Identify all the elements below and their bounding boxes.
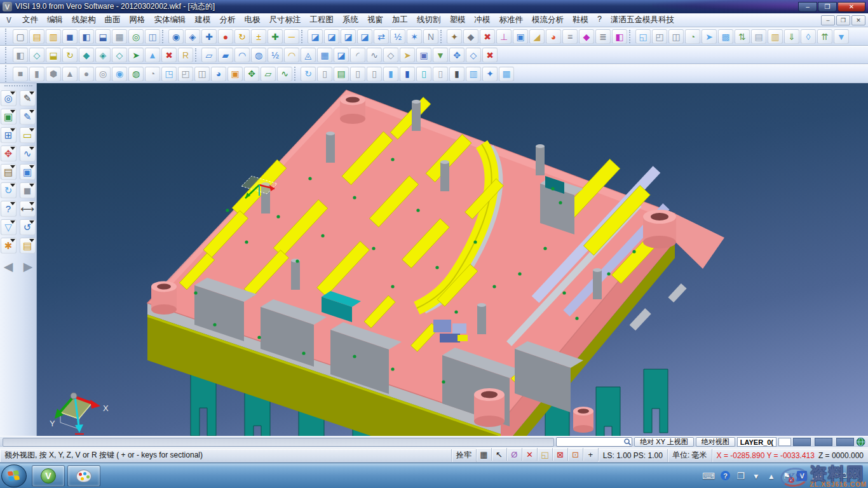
- surface-offset-icon[interactable]: ◪: [308, 29, 323, 44]
- tool-disable-icon[interactable]: ✖: [480, 29, 495, 44]
- delete-trash-icon[interactable]: ▽: [1, 219, 17, 235]
- tool-analyze-icon[interactable]: ✦: [447, 29, 462, 44]
- open-folder-icon[interactable]: ▤: [29, 29, 44, 44]
- box-3d-icon[interactable]: ◱: [538, 448, 553, 461]
- taskbar-paint-button[interactable]: [67, 465, 100, 487]
- copy-icon[interactable]: ▤: [751, 29, 766, 44]
- menu-item-17[interactable]: 冲模: [470, 13, 495, 27]
- menu-item-12[interactable]: 系统: [338, 13, 363, 27]
- print-icon[interactable]: ▦: [112, 29, 127, 44]
- pipe-icon[interactable]: ∿: [367, 48, 382, 62]
- save-icon[interactable]: ◼: [62, 29, 78, 44]
- prim-sphere-icon[interactable]: ●: [79, 67, 94, 81]
- 3d-viewport[interactable]: X Y: [37, 83, 868, 436]
- view-state-box-3[interactable]: [836, 438, 854, 446]
- window-panes-icon[interactable]: ▣: [20, 164, 36, 180]
- view-rotate-icon[interactable]: ◇: [29, 48, 44, 62]
- menu-item-13[interactable]: 视窗: [363, 13, 388, 27]
- menu-item-22[interactable]: 潇洒五金模具科技: [606, 13, 679, 27]
- solids-pair-icon[interactable]: ◱: [635, 29, 651, 44]
- cyl-dark-icon[interactable]: ▮: [449, 67, 465, 81]
- surface-trim-icon[interactable]: ◪: [341, 29, 356, 44]
- mdi-minimize-button[interactable]: –: [821, 15, 835, 25]
- plane-flip-icon[interactable]: ▱: [261, 67, 276, 81]
- solid-move-icon[interactable]: ➤: [702, 29, 717, 44]
- spread-icon[interactable]: ✥: [449, 48, 465, 62]
- surface-bend-icon[interactable]: ◜: [350, 48, 365, 62]
- surface-dome-icon[interactable]: ◠: [234, 48, 250, 62]
- visi-tray-icon[interactable]: V: [797, 471, 807, 481]
- save-as-icon[interactable]: ◧: [79, 29, 94, 44]
- undo-icon[interactable]: ↺: [20, 219, 36, 235]
- solid-scale-icon[interactable]: ✥: [244, 67, 259, 81]
- visibility-add-icon[interactable]: ✚: [201, 29, 217, 44]
- grid-snap-icon[interactable]: ▦: [477, 448, 492, 461]
- trim-cut-icon[interactable]: ✖: [482, 48, 498, 62]
- solid-open-icon[interactable]: ◰: [178, 67, 193, 81]
- menu-item-8[interactable]: 分析: [215, 13, 240, 27]
- solid-corner-icon[interactable]: ◳: [161, 67, 177, 81]
- box-magenta-icon[interactable]: ◧: [612, 29, 627, 44]
- regenerate-icon[interactable]: ↻: [1, 182, 17, 198]
- cyl-blue-icon[interactable]: ▮: [383, 67, 398, 81]
- command-input[interactable]: [3, 438, 554, 447]
- import-tools-icon[interactable]: ⇓: [784, 29, 799, 44]
- zoom-window-icon[interactable]: ⊞: [1, 127, 17, 143]
- layer-stack-icon[interactable]: ≡: [562, 29, 578, 44]
- view-delete-icon[interactable]: ✖: [161, 48, 177, 62]
- menu-item-9[interactable]: 电极: [240, 13, 265, 27]
- solid-fold-icon[interactable]: ◫: [194, 67, 210, 81]
- visibility-hide-icon[interactable]: ─: [284, 29, 299, 44]
- save-copy-icon[interactable]: ⬓: [95, 29, 111, 44]
- view-state-box-1[interactable]: [793, 438, 811, 446]
- taskbar-visi-button[interactable]: V: [32, 465, 65, 487]
- search-box[interactable]: [556, 437, 632, 447]
- view-lift-icon[interactable]: ▲: [145, 48, 160, 62]
- surface-vertex-icon[interactable]: ◬: [301, 48, 316, 62]
- show-hidden-icon[interactable]: ▴: [766, 471, 776, 481]
- sketch-circle-icon[interactable]: ✎: [20, 109, 36, 125]
- visibility-plus-icon[interactable]: ✚: [268, 29, 283, 44]
- rainbow-analysis-icon[interactable]: ◕: [546, 29, 561, 44]
- restore-button[interactable]: ❐: [818, 2, 837, 12]
- box-target-icon[interactable]: ⊡: [568, 448, 583, 461]
- add-point-icon[interactable]: +: [583, 448, 599, 461]
- draft-face-icon[interactable]: ◢: [529, 29, 545, 44]
- menu-item-7[interactable]: 建模: [191, 13, 215, 27]
- sidebar-drag-handle[interactable]: [4, 85, 32, 86]
- drop-surface-icon[interactable]: ▼: [433, 48, 448, 62]
- menu-item-6[interactable]: 实体编辑: [150, 13, 191, 27]
- snap-entity-icon[interactable]: Ø: [507, 448, 522, 461]
- solid-cut-icon[interactable]: ◔: [145, 67, 160, 81]
- prim-prism-icon[interactable]: ⬢: [46, 67, 61, 81]
- fit-view-icon[interactable]: ▣: [1, 109, 17, 125]
- prim-torus-icon[interactable]: ◎: [95, 67, 111, 81]
- feature-doc-icon[interactable]: ▥: [466, 67, 481, 81]
- sphere-combine-icon[interactable]: ◉: [112, 67, 127, 81]
- cyl-cyan-icon[interactable]: ▯: [416, 67, 431, 81]
- solid-swap-icon[interactable]: ⇅: [735, 29, 750, 44]
- plane-icon[interactable]: ▱: [201, 48, 217, 62]
- block-magenta-icon[interactable]: ◆: [579, 29, 594, 44]
- absolute-view-button[interactable]: 绝对视图: [696, 437, 735, 447]
- surface-order-icon[interactable]: ½: [390, 29, 405, 44]
- stack-tool-icon[interactable]: ≣: [595, 29, 611, 44]
- view-reset-icon[interactable]: R: [178, 48, 193, 62]
- attributes-brush-icon[interactable]: ▤: [1, 164, 17, 180]
- assembly-icon[interactable]: ▩: [718, 29, 733, 44]
- cube-export-icon[interactable]: ➤: [128, 48, 144, 62]
- menu-item-19[interactable]: 模流分析: [527, 13, 568, 27]
- solid-display-icon[interactable]: ◼: [20, 182, 36, 198]
- menu-item-11[interactable]: 工程图: [306, 13, 339, 27]
- preview-icon[interactable]: ◎: [128, 29, 144, 44]
- zoom-dynamic-icon[interactable]: ◎: [1, 90, 17, 106]
- window-hand-icon[interactable]: ▣: [513, 29, 528, 44]
- solid-twist-icon[interactable]: ∿: [277, 67, 292, 81]
- curve-sketch-icon[interactable]: ∿: [20, 146, 36, 161]
- wcs-axes-icon[interactable]: ✥: [1, 146, 17, 161]
- visibility-plus-minus-icon[interactable]: ±: [251, 29, 266, 44]
- view-base-icon[interactable]: ⬓: [46, 48, 61, 62]
- menu-item-21[interactable]: ?: [593, 13, 606, 27]
- face-flat-icon[interactable]: ◇: [383, 48, 398, 62]
- minimize-button[interactable]: –: [798, 2, 817, 12]
